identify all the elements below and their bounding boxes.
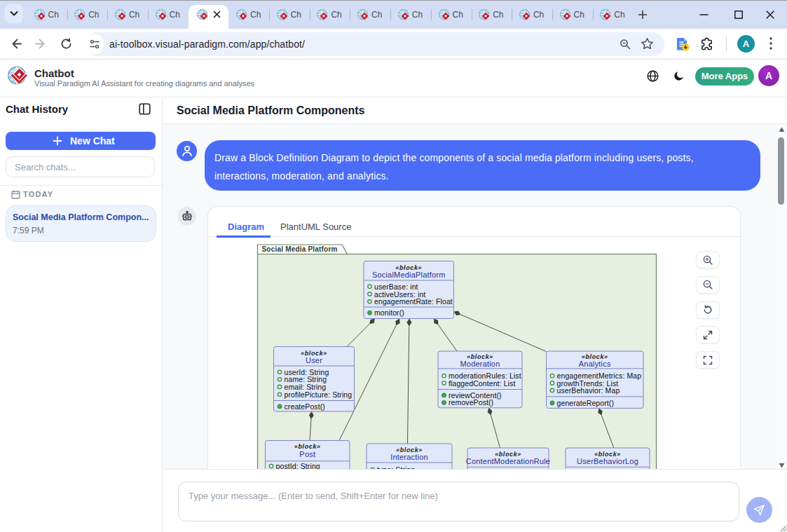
svg-text:ContentModerationRule: ContentModerationRule <box>466 457 550 465</box>
svg-text:engagementRate: Float: engagementRate: Float <box>374 297 453 306</box>
svg-text:SocialMediaPlatform: SocialMediaPlatform <box>372 271 446 279</box>
svg-text:createPost(): createPost() <box>285 402 325 411</box>
svg-text:profilePicture: String: profilePicture: String <box>285 390 353 399</box>
svg-text:monitor(): monitor() <box>374 308 404 317</box>
svg-text:Moderation: Moderation <box>460 360 500 368</box>
svg-text:removePost(): removePost() <box>449 398 493 407</box>
svg-text:Analytics: Analytics <box>579 360 611 368</box>
svg-text:userBehavior: Map: userBehavior: Map <box>557 386 620 395</box>
svg-text:Interaction: Interaction <box>390 453 428 461</box>
svg-text:User: User <box>306 356 322 364</box>
svg-text:Post: Post <box>299 450 315 458</box>
svg-text:generateReport(): generateReport() <box>557 399 615 407</box>
svg-text:flaggedContent: List: flaggedContent: List <box>449 379 515 388</box>
svg-text:Social Media Platform: Social Media Platform <box>262 245 338 253</box>
svg-text:UserBehaviorLog: UserBehaviorLog <box>577 457 638 465</box>
